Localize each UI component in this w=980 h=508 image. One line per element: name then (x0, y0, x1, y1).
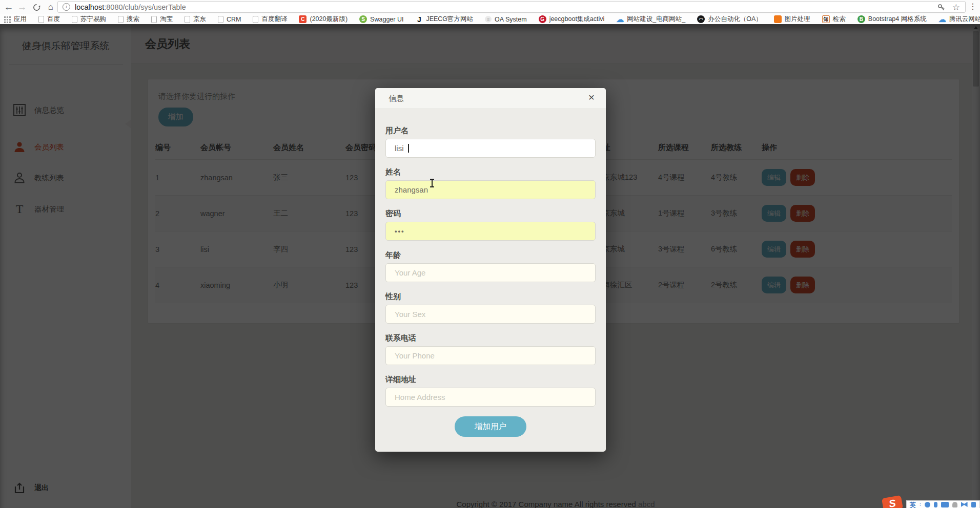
black-j-icon: J (415, 15, 423, 23)
field-label: 年龄 (385, 250, 596, 260)
red-circle-icon: G (539, 15, 546, 23)
home-icon[interactable]: ⌂ (44, 1, 57, 14)
url-host: localhost (75, 3, 104, 11)
field-box (385, 346, 596, 365)
page-icon (38, 16, 44, 23)
bookmark-item[interactable]: JJEECG官方网站 (415, 15, 473, 24)
bookmark-star-icon[interactable]: ☆ (952, 3, 960, 12)
red-square-icon: C (299, 15, 307, 23)
field-box (385, 305, 596, 324)
field-input-5[interactable] (385, 305, 596, 324)
bookmark-item[interactable]: 知检索 (822, 15, 846, 24)
bookmark-label: JEECG官方网站 (426, 15, 473, 24)
field-label: 姓名 (385, 167, 596, 177)
form-field: 姓名 (385, 167, 596, 199)
bookmarks-bar: 应用百度苏宁易购搜索淘宝京东CRM百度翻译C(2020最新版)SSwagger … (0, 14, 980, 24)
bookmark-item[interactable]: 苏宁易购 (72, 15, 106, 24)
close-icon[interactable]: × (585, 91, 598, 104)
url-text: localhost:8080/club/sys/userTable (75, 3, 186, 11)
bookmark-item[interactable]: 京东 (185, 15, 206, 24)
bookmark-item[interactable]: 淘宝 (151, 15, 173, 24)
page-info-icon[interactable]: i (63, 3, 70, 11)
browser-menu-icon[interactable]: ⋮ (968, 2, 977, 11)
bookmark-item[interactable]: ☁腾讯云网站建设 (938, 15, 980, 24)
ime-account-icon[interactable] (952, 502, 957, 507)
form-field: 性别 (385, 292, 596, 324)
ime-toolbox-icon[interactable] (971, 502, 976, 507)
url-path: :8080/club/sys/userTable (104, 3, 186, 11)
bookmark-item[interactable]: ≡OA System (485, 16, 527, 23)
green-circle-b-icon: B (858, 15, 865, 23)
bookmark-item[interactable]: 百度翻译 (253, 15, 287, 24)
zhi-icon: 知 (822, 15, 830, 23)
field-input-3[interactable] (385, 222, 596, 241)
ime-emoji-icon[interactable] (925, 502, 930, 507)
ime-separator-icon: ∶ (920, 502, 921, 507)
bookmark-item[interactable]: C(2020最新版) (299, 15, 348, 24)
bookmark-label: OA System (495, 16, 527, 23)
ime-mic-icon[interactable] (934, 502, 937, 507)
bookmark-label: Swagger UI (370, 16, 403, 23)
field-box (385, 263, 596, 282)
bookmark-label: Bootstrap4 网格系统 (868, 15, 927, 24)
modal-title: 信息 (389, 94, 404, 103)
reload-icon[interactable] (30, 1, 43, 14)
bookmark-label: 腾讯云网站建设 (949, 15, 980, 24)
field-input-6[interactable] (385, 346, 596, 365)
bookmark-label: 网站建设_电商网站_ (627, 15, 685, 24)
page-icon (253, 16, 258, 23)
field-input-7[interactable] (385, 388, 596, 407)
ime-logo-icon[interactable]: S (882, 495, 903, 508)
bookmark-label: 京东 (193, 15, 206, 24)
bookmark-label: 搜索 (127, 15, 139, 24)
screen: ← → ⌂ i localhost:8080/club/sys/userTabl… (0, 0, 980, 508)
bookmark-label: jeecgboot集成activi (549, 15, 605, 24)
bookmark-item[interactable]: SSwagger UI (359, 15, 403, 23)
modal-header: 信息 × (375, 88, 606, 109)
form-field: 详细地址 (385, 375, 596, 407)
web-page: 健身俱乐部管理系统 信息总览会员列表教练列表T器材管理 退出 会员列表 请选择你… (0, 24, 980, 508)
bookmark-item[interactable]: Gjeecgboot集成activi (539, 15, 605, 24)
ime-skin-icon[interactable] (961, 502, 968, 507)
bookmark-label: 苏宁易购 (80, 15, 106, 24)
orange-square-icon (774, 15, 782, 23)
bookmark-item[interactable]: BBootstrap4 网格系统 (858, 15, 927, 24)
bookmark-item[interactable]: ☁网站建设_电商网站_ (616, 15, 685, 24)
bookmark-label: 淘宝 (160, 15, 173, 24)
ime-mode-toggle[interactable]: 英 (910, 502, 916, 508)
browser-toolbar: ← → ⌂ i localhost:8080/club/sys/userTabl… (0, 0, 980, 14)
page-icon (218, 16, 223, 23)
password-key-icon[interactable] (937, 4, 946, 12)
field-input-1[interactable] (385, 139, 596, 158)
bookmark-label: 百度翻译 (261, 15, 287, 24)
bookmark-item[interactable]: 百度 (38, 15, 60, 24)
page-icon (151, 16, 157, 23)
field-box (385, 139, 596, 158)
field-label: 联系电话 (385, 333, 596, 343)
bookmark-label: 图片处理 (785, 15, 810, 24)
text-cursor-pointer (430, 179, 435, 187)
field-input-2[interactable] (385, 180, 596, 199)
field-box (385, 222, 596, 241)
bookmark-label: 检索 (833, 15, 846, 24)
address-bar[interactable]: i localhost:8080/club/sys/userTable ☆ (57, 1, 966, 13)
text-caret (408, 144, 409, 153)
field-input-4[interactable] (385, 263, 596, 282)
ime-keyboard-icon[interactable] (941, 502, 949, 507)
bookmark-item[interactable]: 图片处理 (774, 15, 810, 24)
form-field: 联系电话 (385, 333, 596, 365)
forward-icon[interactable]: → (15, 1, 29, 14)
back-icon[interactable]: ← (2, 1, 15, 14)
page-icon (118, 16, 124, 23)
cloud-icon: ☁ (938, 15, 946, 23)
ime-strip: 英 ∶ (906, 500, 980, 508)
bookmark-item[interactable]: ◠办公自动化（OA） (697, 15, 762, 24)
add-user-button[interactable]: 增加用户 (455, 416, 526, 437)
field-label: 用户名 (385, 126, 596, 136)
field-label: 详细地址 (385, 375, 596, 385)
bookmark-item[interactable]: 搜索 (118, 15, 139, 24)
info-modal: 信息 × 用户名姓名密码年龄性别联系电话详细地址增加用户 (375, 88, 606, 452)
bookmark-item[interactable]: CRM (218, 16, 241, 23)
green-circle-icon: S (359, 15, 367, 23)
bookmark-item[interactable]: 应用 (3, 15, 27, 24)
